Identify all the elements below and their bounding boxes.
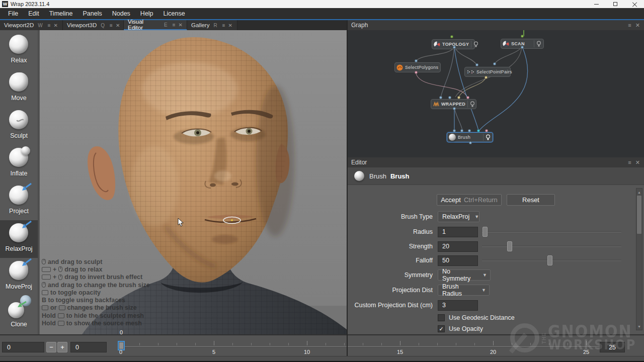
tab-menu-icon[interactable]: ≡ — [222, 23, 225, 28]
port-dot[interactable] — [457, 96, 460, 99]
graph-menu-icon[interactable]: ≡ — [628, 22, 631, 29]
menu-timeline[interactable]: Timeline — [44, 8, 78, 19]
visibility-bulb-icon[interactable] — [467, 101, 475, 108]
tab-gallery[interactable]: Gallery R ≡ ✕ — [187, 20, 237, 30]
falloff-slider[interactable] — [482, 255, 621, 266]
port-dot[interactable] — [521, 35, 524, 38]
port-dot[interactable] — [477, 129, 480, 132]
tool-inflate[interactable]: Inflate — [0, 145, 38, 183]
scrollbar-thumb[interactable] — [637, 196, 641, 234]
close-button[interactable] — [625, 0, 644, 8]
port-dot[interactable] — [415, 59, 418, 62]
timeline-start-input[interactable]: 0 — [2, 342, 44, 352]
port-dot[interactable] — [453, 129, 456, 132]
radius-slider[interactable] — [482, 226, 621, 237]
timeline-ticks-major[interactable] — [121, 341, 587, 345]
tool-label: Clone — [11, 321, 27, 328]
port-dot[interactable] — [415, 71, 418, 74]
port-dot[interactable] — [475, 63, 478, 66]
port-dot[interactable] — [460, 129, 463, 132]
port-dot[interactable] — [450, 35, 453, 38]
slider-track[interactable] — [482, 246, 621, 247]
falloff-input[interactable]: 50 — [438, 255, 478, 266]
timeline-track[interactable] — [121, 345, 601, 346]
graph-node-selectpointpairs[interactable]: SelectPointPairs — [464, 67, 511, 77]
port-dot[interactable] — [453, 46, 456, 49]
tab-close-icon[interactable]: ✕ — [116, 23, 120, 28]
menu-file[interactable]: File — [3, 8, 23, 19]
visibility-bulb-icon[interactable] — [534, 40, 541, 47]
menubar: File Edit Timeline Panels Nodes Help Lic… — [0, 8, 644, 19]
tab-menu-icon[interactable]: ≡ — [110, 23, 112, 28]
projection-dist-dropdown[interactable]: Brush Radius ▼ — [438, 285, 490, 296]
scroll-down-icon[interactable]: ▼ — [636, 323, 642, 329]
symmetry-dropdown[interactable]: No Symmetry ▼ — [438, 269, 491, 281]
port-dot[interactable] — [521, 46, 524, 49]
menu-edit[interactable]: Edit — [23, 8, 44, 19]
tool-moveproj[interactable]: MoveProj — [0, 258, 38, 296]
strength-slider[interactable] — [482, 241, 621, 252]
port-dot[interactable] — [466, 96, 469, 99]
radius-input[interactable]: 1 — [438, 227, 478, 237]
slider-handle[interactable] — [482, 227, 488, 237]
editor-menu-icon[interactable]: ≡ — [628, 159, 631, 166]
maximize-button[interactable] — [606, 0, 625, 8]
port-dot[interactable] — [448, 96, 451, 99]
port-dot[interactable] — [469, 141, 472, 144]
accept-button[interactable]: Accept Ctrl+Return — [437, 194, 502, 206]
tab-viewport2d[interactable]: Viewport2D W ≡ ✕ — [0, 20, 63, 30]
port-dot[interactable] — [439, 96, 442, 99]
graph-node-selectpolygons[interactable]: SelectPolygons — [394, 62, 441, 72]
tab-visual-editor[interactable]: Visual Editor E ≡ ✕ — [124, 20, 187, 30]
tab-close-icon[interactable]: ✕ — [228, 23, 232, 28]
minimize-button[interactable] — [587, 0, 606, 8]
menu-panels[interactable]: Panels — [77, 8, 107, 19]
tab-menu-icon[interactable]: ≡ — [48, 23, 50, 28]
port-dot[interactable] — [453, 107, 456, 110]
visibility-bulb-icon[interactable] — [471, 41, 478, 48]
tab-viewport3d[interactable]: Viewport3D Q ≡ ✕ — [63, 20, 124, 30]
use-geodesic-distance-checkbox[interactable] — [438, 314, 445, 321]
current-frame-input[interactable]: 0 — [70, 342, 107, 352]
slider-handle[interactable] — [507, 241, 512, 251]
tab-close-icon[interactable]: ✕ — [54, 23, 58, 28]
frame-decrement-button[interactable]: − — [46, 342, 56, 352]
green-arrow-icon — [17, 300, 27, 308]
pane-divider[interactable] — [347, 20, 348, 356]
port-dot[interactable] — [468, 129, 471, 132]
tool-project[interactable]: Project — [0, 183, 38, 220]
brush-type-dropdown[interactable]: RelaxProj ▼ — [438, 211, 479, 222]
frame-increment-button[interactable]: + — [57, 342, 67, 352]
graph-close-icon[interactable]: ✕ — [635, 22, 640, 29]
tool-move[interactable]: Move — [0, 69, 38, 107]
scroll-up-icon[interactable]: ▲ — [636, 189, 642, 195]
end-frame-input[interactable]: 25 — [600, 342, 625, 352]
slider-handle[interactable] — [547, 255, 552, 265]
menu-help[interactable]: Help — [135, 8, 158, 19]
tool-relaxproj[interactable]: RelaxProj — [0, 220, 38, 258]
head-mesh-render — [40, 30, 347, 334]
tool-clone[interactable]: Clone — [0, 296, 38, 333]
slider-track[interactable] — [482, 231, 621, 232]
port-dot[interactable] — [485, 76, 488, 79]
tool-sculpt[interactable]: Sculpt — [0, 107, 38, 145]
menu-license[interactable]: License — [158, 8, 190, 19]
use-opacity-checkbox[interactable]: ✓ — [438, 325, 445, 332]
custom-projection-dist-input[interactable]: 3 — [438, 300, 478, 311]
tab-menu-icon[interactable]: ≡ — [173, 22, 175, 28]
sculpt-3d-viewport[interactable]: and drag to sculpt +drag to relax +drag … — [40, 30, 347, 334]
reset-button[interactable]: Reset — [507, 194, 555, 206]
menu-nodes[interactable]: Nodes — [107, 8, 135, 19]
maximize-icon — [613, 2, 617, 6]
tab-close-icon[interactable]: ✕ — [179, 22, 183, 28]
visibility-bulb-icon[interactable] — [483, 134, 491, 141]
field-value: 20 — [442, 243, 449, 250]
graph-node-brush[interactable]: Brush — [447, 132, 493, 142]
editor-close-icon[interactable]: ✕ — [635, 159, 640, 166]
port-dot[interactable] — [493, 62, 496, 65]
port-dot[interactable] — [485, 129, 488, 132]
node-graph-canvas[interactable]: TOPOLOGY SCAN SelectPolygons SelectPoint… — [347, 30, 644, 157]
strength-input[interactable]: 20 — [438, 241, 478, 252]
tool-relax[interactable]: Relax — [0, 32, 38, 69]
editor-scrollbar[interactable]: ▲ ▼ — [636, 188, 642, 330]
